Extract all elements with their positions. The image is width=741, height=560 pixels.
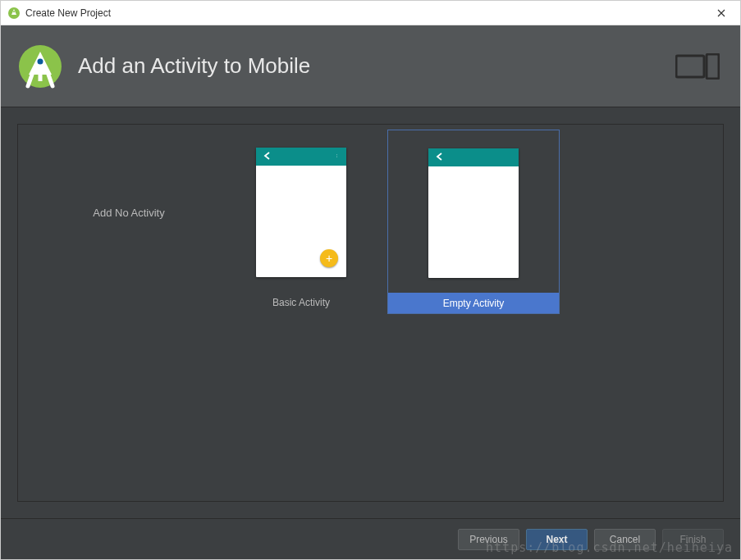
wizard-footer: Previous Next Cancel Finish (1, 518, 740, 559)
overflow-icon (336, 151, 340, 163)
template-label: Add No Activity (93, 207, 164, 219)
android-studio-logo (17, 43, 63, 89)
basic-activity-preview: + (256, 148, 346, 277)
svg-point-9 (336, 156, 337, 157)
fab-icon: + (320, 249, 338, 267)
svg-point-1 (13, 11, 15, 12)
back-arrow-icon (435, 152, 445, 164)
template-empty-activity[interactable]: Empty Activity (387, 130, 560, 314)
wizard-header: Add an Activity to Mobile (1, 25, 740, 107)
window-title: Create New Project (25, 7, 111, 19)
activity-gallery: Add No Activity (17, 124, 724, 502)
template-label: Basic Activity (272, 297, 330, 308)
close-icon[interactable] (709, 1, 734, 25)
template-add-no-activity[interactable]: Add No Activity (43, 130, 215, 314)
back-arrow-icon (263, 151, 272, 163)
previous-button[interactable]: Previous (458, 529, 519, 550)
device-icon (675, 53, 720, 80)
cancel-button[interactable]: Cancel (594, 529, 656, 550)
svg-point-3 (38, 58, 43, 64)
svg-rect-5 (676, 56, 704, 77)
wizard-title: Add an Activity to Mobile (78, 53, 310, 79)
template-label: Empty Activity (443, 298, 505, 309)
android-studio-icon (7, 7, 21, 20)
svg-rect-4 (39, 73, 43, 81)
svg-point-8 (336, 155, 337, 156)
titlebar: Create New Project (1, 1, 740, 25)
template-basic-activity[interactable]: + Basic Activity (215, 130, 387, 314)
empty-activity-preview (428, 148, 519, 278)
svg-point-7 (336, 154, 337, 155)
svg-rect-6 (707, 54, 719, 79)
finish-button: Finish (662, 529, 724, 550)
next-button[interactable]: Next (526, 529, 588, 550)
